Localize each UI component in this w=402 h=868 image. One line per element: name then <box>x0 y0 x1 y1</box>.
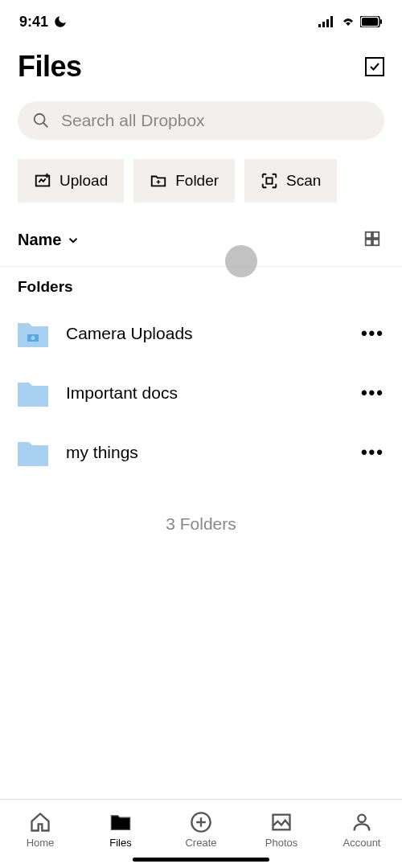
folder-icon <box>18 439 48 466</box>
svg-rect-12 <box>373 232 379 238</box>
chevron-down-icon <box>66 233 80 248</box>
folder-item[interactable]: my things ••• <box>0 423 402 482</box>
folder-item[interactable]: Important docs ••• <box>0 363 402 423</box>
svg-point-7 <box>35 114 45 125</box>
scan-label: Scan <box>286 172 321 190</box>
tab-label: Photos <box>265 837 297 849</box>
photo-icon <box>270 811 293 833</box>
tab-photos[interactable]: Photos <box>241 800 322 854</box>
home-icon <box>29 811 51 833</box>
svg-point-16 <box>31 336 35 340</box>
scan-button[interactable]: Scan <box>244 159 337 203</box>
action-row: Upload Folder Scan <box>0 148 402 214</box>
svg-point-19 <box>358 815 365 822</box>
signal-icon <box>318 16 336 27</box>
folder-item[interactable]: Camera Uploads ••• <box>0 304 402 363</box>
svg-rect-11 <box>366 232 371 238</box>
select-button[interactable] <box>365 57 384 76</box>
folder-add-icon <box>150 172 167 190</box>
page-title: Files <box>18 50 82 84</box>
svg-rect-3 <box>330 16 333 27</box>
status-bar: 9:41 <box>0 0 402 40</box>
tab-label: Account <box>343 837 381 849</box>
moon-icon <box>53 14 68 29</box>
section-folders: Folders <box>0 267 402 304</box>
svg-line-8 <box>43 123 48 128</box>
search-bar[interactable] <box>18 101 384 140</box>
svg-rect-10 <box>266 178 272 183</box>
folder-name: my things <box>66 443 343 462</box>
svg-rect-13 <box>366 240 371 245</box>
folder-button[interactable]: Folder <box>133 159 235 203</box>
svg-rect-6 <box>380 19 382 24</box>
sort-row: Name <box>0 214 402 267</box>
wifi-icon <box>341 16 355 27</box>
battery-icon <box>360 16 383 27</box>
folder-icon <box>18 379 48 407</box>
sort-button[interactable]: Name <box>18 231 80 249</box>
folder-list: Camera Uploads ••• Important docs ••• my… <box>0 304 402 482</box>
scan-icon <box>260 172 278 190</box>
status-time: 9:41 <box>19 14 68 31</box>
more-button[interactable]: ••• <box>361 442 384 463</box>
person-icon <box>351 811 373 833</box>
upload-icon <box>34 172 51 190</box>
svg-rect-2 <box>326 19 329 27</box>
sort-label: Name <box>18 231 61 249</box>
search-input[interactable] <box>61 111 370 130</box>
search-icon <box>32 112 50 129</box>
folder-name: Camera Uploads <box>66 324 343 343</box>
page-header: Files <box>0 40 402 93</box>
tab-home[interactable]: Home <box>0 800 80 854</box>
tab-label: Create <box>185 837 216 849</box>
tab-create[interactable]: Create <box>161 800 241 854</box>
time-text: 9:41 <box>19 14 48 31</box>
upload-label: Upload <box>59 172 108 190</box>
folder-name: Important docs <box>66 383 343 403</box>
folder-label: Folder <box>175 172 219 190</box>
home-indicator[interactable] <box>133 858 269 862</box>
more-button[interactable]: ••• <box>361 323 384 344</box>
status-indicators <box>318 16 383 27</box>
upload-button[interactable]: Upload <box>18 159 124 203</box>
plus-circle-icon <box>190 811 212 833</box>
more-button[interactable]: ••• <box>361 383 384 403</box>
grid-icon <box>363 230 381 248</box>
checkmark-icon <box>369 61 380 72</box>
svg-rect-14 <box>373 240 379 245</box>
tab-label: Files <box>109 837 131 849</box>
folder-filled-icon <box>109 811 133 833</box>
svg-rect-1 <box>322 22 325 27</box>
folder-camera-icon <box>18 320 48 347</box>
svg-rect-5 <box>362 18 378 26</box>
grid-view-button[interactable] <box>360 227 384 253</box>
folder-count: 3 Folders <box>0 514 402 534</box>
tab-label: Home <box>27 837 55 849</box>
svg-rect-0 <box>318 24 321 27</box>
tab-files[interactable]: Files <box>80 800 161 854</box>
tab-account[interactable]: Account <box>322 800 402 854</box>
